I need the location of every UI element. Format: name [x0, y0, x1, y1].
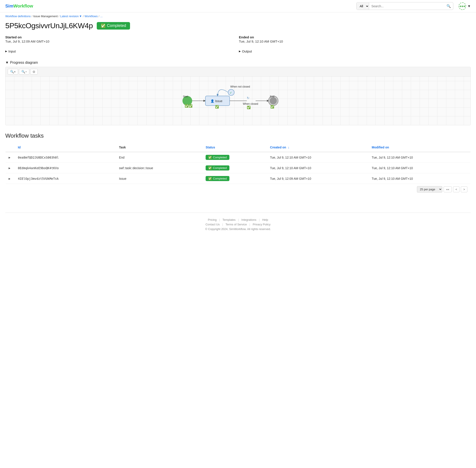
col-id[interactable]: Id: [15, 143, 116, 152]
search-input[interactable]: [369, 3, 444, 10]
breadcrumb-workflow-definitions[interactable]: Workflow definitions: [5, 15, 31, 18]
ended-label: Ended on: [239, 35, 471, 39]
tasks-body: ▶ 0ea8mfQD2JU8DCxS003h0l End ✅ Completed…: [5, 152, 471, 184]
task-name-cell: End: [116, 152, 203, 163]
svg-text:✓: ✓: [230, 91, 232, 94]
diagram-title[interactable]: ▼ Progress diagram: [5, 61, 471, 65]
end-label: End: [270, 95, 274, 98]
task-id-cell: 0ea8mfQD2JU8DCxS003h0l: [15, 152, 116, 163]
row-expand-button[interactable]: ▶: [9, 156, 12, 160]
input-toggle[interactable]: ▶ Input: [5, 48, 237, 54]
diagram-section: ▼ Progress diagram 🔍+ 🔍− ⊙ ✅ ✅ Start: [5, 61, 471, 125]
breadcrumb-revision-dropdown[interactable]: Latest revision ▼: [60, 15, 82, 18]
col-status[interactable]: Status: [203, 143, 267, 152]
table-row: ▶ 4IElOpj3mvdzt5VUkMeTsk Issue ✅ Complet…: [5, 173, 471, 184]
task-status-cell: ✅ Completed: [203, 173, 267, 184]
badge-check-icon: ✅: [208, 177, 212, 180]
badge-check-icon: ✅: [208, 156, 212, 159]
avatar-chevron[interactable]: ▼: [467, 4, 471, 8]
diagram-title-text: Progress diagram: [10, 61, 38, 65]
end-node-inner: [270, 97, 277, 104]
input-section: ▶ Input: [5, 48, 237, 54]
tasks-section: Workflow tasks Id Task Status Created on…: [5, 132, 471, 195]
breadcrumb-more[interactable]: ...: [100, 15, 103, 18]
avatar[interactable]: ◕◕◕: [459, 2, 466, 10]
started-value: Tue, Jul 9, 12:09 AM GMT+10: [5, 40, 237, 43]
breadcrumb-workflows[interactable]: Workflows: [85, 15, 98, 18]
breadcrumb-issue-management: Issue Management: [33, 15, 58, 18]
diagram-container: 🔍+ 🔍− ⊙ ✅ ✅ Start 👤: [5, 67, 471, 125]
footer-privacy[interactable]: Privacy Policy: [253, 223, 271, 226]
when-closed-icon: ↻: [247, 96, 250, 100]
zoom-reset-button[interactable]: ⊙: [30, 69, 38, 74]
footer-integrations[interactable]: Integrations: [241, 218, 256, 221]
zoom-out-button[interactable]: 🔍−: [19, 69, 29, 74]
breadcrumb-sep-1: /: [31, 15, 32, 18]
task-created-cell: Tue, Jul 9, 12:09 AM GMT+10: [267, 173, 369, 184]
meta-grid: Started on Tue, Jul 9, 12:09 AM GMT+10 E…: [5, 35, 471, 43]
task-status-cell: ✅ Completed: [203, 152, 267, 163]
task-status-cell: ✅ Completed: [203, 163, 267, 173]
footer-help[interactable]: Help: [262, 218, 268, 221]
task-id-cell: 0Edmqk4anKeE9boQK4tKVo: [15, 163, 116, 173]
ended-on-section: Ended on Tue, Jul 9, 12:10 AM GMT+10: [239, 35, 471, 43]
when-closed-label: When closed: [243, 102, 258, 105]
footer-sep-4: |: [222, 223, 223, 226]
footer-templates[interactable]: Templates: [222, 218, 235, 221]
task-modified-cell: Tue, Jul 9, 12:10 AM GMT+10: [369, 173, 471, 184]
svg-text:✅: ✅: [189, 104, 193, 108]
col-created-on[interactable]: Created on ↓: [267, 143, 369, 152]
zoom-in-button[interactable]: 🔍+: [8, 69, 18, 74]
ended-value: Tue, Jul 9, 12:10 AM GMT+10: [239, 40, 471, 43]
svg-text:✅: ✅: [215, 105, 219, 109]
table-header: Id Task Status Created on ↓ Modified on: [5, 143, 471, 152]
search-button[interactable]: 🔍: [444, 2, 453, 10]
col-expand: [5, 143, 15, 152]
status-badge: ✅ Completed: [97, 22, 130, 29]
footer-copyright: © Copyright 2024, SimWorkflow. All right…: [5, 227, 471, 231]
page-title: 5P5kcOgsivvrUnJjL6KW4p: [5, 21, 93, 30]
first-page-button[interactable]: ««: [444, 186, 451, 192]
input-label: Input: [8, 49, 16, 53]
started-on-section: Started on Tue, Jul 9, 12:09 AM GMT+10: [5, 35, 237, 43]
tasks-title: Workflow tasks: [5, 132, 471, 139]
footer-links-2: Contact Us | Terms of Service | Privacy …: [5, 223, 471, 226]
output-arrow-icon: ▶: [239, 50, 241, 53]
output-label: Output: [242, 49, 252, 53]
breadcrumb-sep-3: /: [83, 15, 84, 18]
search-bar: All 🔍: [356, 2, 453, 10]
started-label: Started on: [5, 35, 237, 39]
per-page-select[interactable]: 25 per page 50 per page 100 per page: [417, 186, 442, 192]
footer-pricing[interactable]: Pricing: [208, 218, 217, 221]
row-expand-button[interactable]: ▶: [9, 177, 12, 181]
table-row: ▶ 0ea8mfQD2JU8DCxS003h0l End ✅ Completed…: [5, 152, 471, 163]
pagination-row: 25 per page 50 per page 100 per page «« …: [5, 184, 471, 195]
footer-sep-5: |: [250, 223, 250, 226]
prev-page-button[interactable]: <: [453, 186, 460, 192]
output-toggle[interactable]: ▶ Output: [239, 48, 471, 54]
start-label: Start: [183, 95, 188, 98]
issue-label: 👤 Issue: [210, 99, 223, 103]
svg-text:✅: ✅: [185, 104, 189, 108]
diagram-toolbar: 🔍+ 🔍− ⊙: [5, 67, 471, 76]
svg-text:✅: ✅: [247, 106, 251, 109]
footer-contact[interactable]: Contact Us: [205, 223, 220, 226]
when-not-closed-label: When not closed: [230, 85, 250, 88]
completed-badge: ✅ Completed: [206, 155, 229, 160]
row-expand-button[interactable]: ▶: [9, 166, 12, 170]
footer-sep-2: |: [238, 218, 239, 221]
next-page-button[interactable]: >: [461, 186, 467, 192]
breadcrumb-sep-2: /: [59, 15, 59, 18]
avatar-area: ◕◕◕ ▼: [459, 2, 471, 10]
footer-sep-3: |: [259, 218, 260, 221]
footer-terms[interactable]: Terms of Service: [225, 223, 247, 226]
check-icon: ✅: [101, 23, 106, 28]
search-type-select[interactable]: All: [357, 3, 369, 10]
table-footer: 25 per page 50 per page 100 per page «« …: [5, 184, 471, 195]
col-modified-on[interactable]: Modified on: [369, 143, 471, 152]
workflow-diagram-svg: ✅ ✅ Start 👤 Issue ✅ When not closed: [161, 81, 315, 121]
completed-badge: ✅ Completed: [206, 165, 229, 171]
svg-text:✅: ✅: [270, 105, 274, 109]
status-label: Completed: [107, 23, 126, 28]
logo: SimWorkflow: [5, 3, 33, 9]
